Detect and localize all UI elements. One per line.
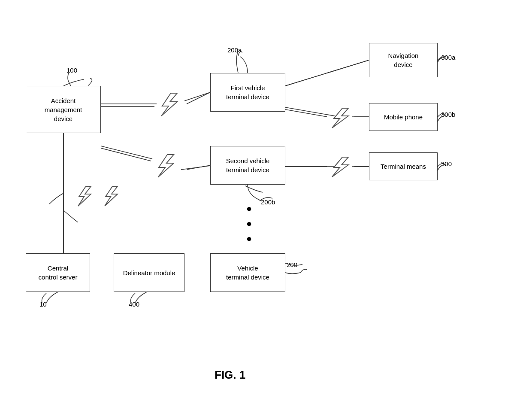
bracket-100: [62, 67, 75, 88]
lightning-4-icon: [99, 185, 122, 208]
first-vehicle-label: First vehicle terminal device: [226, 83, 269, 101]
bracket-300a: [435, 52, 448, 64]
bracket-300b: [435, 111, 448, 124]
bracket-200b: [243, 184, 265, 201]
navigation-device-box: Navigation device: [369, 43, 438, 77]
lightning-2-icon: [150, 152, 180, 178]
svg-line-5: [285, 60, 369, 86]
vehicle-terminal-label: Vehicle terminal device: [226, 264, 269, 282]
bracket-200: [283, 261, 305, 276]
svg-marker-12: [78, 186, 91, 206]
bracket-300: [435, 160, 448, 173]
navigation-device-label: Navigation device: [388, 51, 419, 69]
bracket-10: [38, 291, 51, 304]
svg-marker-15: [332, 157, 348, 177]
central-control-box: Central control server: [26, 253, 90, 292]
svg-line-1: [187, 92, 210, 104]
bracket-400: [127, 291, 139, 304]
bracket-200a: [232, 46, 245, 74]
svg-line-21: [285, 109, 327, 117]
svg-marker-10: [161, 93, 177, 116]
svg-line-2: [101, 146, 152, 159]
mobile-phone-box: Mobile phone: [369, 103, 438, 131]
diagram-container: Accident management device First vehicle…: [0, 0, 532, 401]
svg-marker-11: [158, 155, 174, 177]
dots-ellipsis: ●●●: [246, 201, 252, 246]
accident-management-box: Accident management device: [26, 86, 101, 133]
delineator-box: Delineator module: [114, 253, 184, 292]
delineator-label: Delineator module: [123, 268, 175, 277]
mobile-phone-label: Mobile phone: [384, 112, 423, 122]
second-vehicle-label: Second vehicle terminal device: [226, 156, 270, 174]
accident-management-label: Accident management device: [45, 96, 82, 123]
svg-marker-14: [332, 108, 348, 128]
central-control-label: Central control server: [39, 264, 78, 282]
second-vehicle-box: Second vehicle terminal device: [210, 146, 285, 185]
terminal-means-box: Terminal means: [369, 152, 438, 180]
terminal-means-label: Terminal means: [381, 162, 426, 171]
lightning-5-icon: [326, 106, 354, 129]
svg-line-3: [187, 165, 210, 170]
lightning-1-icon: [154, 91, 184, 117]
svg-line-20: [285, 60, 369, 86]
figure-title: FIG. 1: [215, 368, 245, 382]
lightning-3-icon: [72, 185, 96, 208]
lightning-6-icon: [326, 155, 354, 178]
svg-line-19: [181, 166, 210, 170]
svg-line-17: [184, 92, 210, 101]
vehicle-terminal-box: Vehicle terminal device: [210, 253, 285, 292]
first-vehicle-box: First vehicle terminal device: [210, 73, 285, 112]
svg-line-18: [101, 148, 151, 161]
svg-marker-13: [105, 186, 118, 206]
